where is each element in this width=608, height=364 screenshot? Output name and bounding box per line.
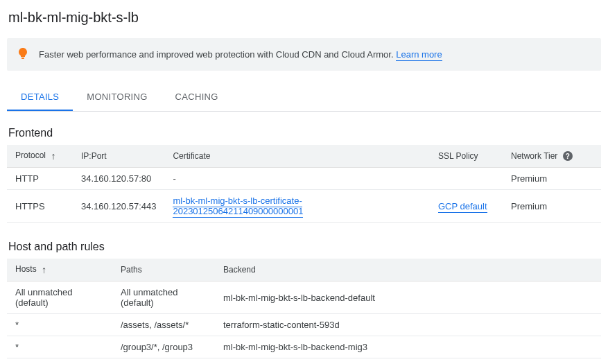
cell-network-tier: Premium [503, 190, 601, 223]
cell-paths: /group3/*, /group3 [112, 336, 215, 358]
banner-message: Faster web performance and improved web … [39, 49, 396, 60]
rules-col-backend[interactable]: Backend [215, 259, 601, 281]
cell-hosts: * [7, 358, 112, 365]
page-title: ml-bk-ml-mig-bkt-s-lb [7, 10, 601, 26]
cell-hosts: All unmatched (default) [7, 281, 112, 314]
frontend-col-ssl-policy[interactable]: SSL Policy [430, 145, 503, 168]
tab-monitoring[interactable]: MONITORING [73, 83, 161, 111]
cell-certificate: - [164, 168, 430, 190]
cell-backend: ml-bk-ml-mig-bkt-s-lb-backend-mig2 [215, 358, 601, 365]
arrow-up-icon: ↑ [42, 264, 46, 275]
cell-paths: /group2/*, /group2 [112, 358, 215, 365]
arrow-up-icon: ↑ [51, 150, 55, 162]
table-row: HTTPS34.160.120.57:443ml-bk-ml-mig-bkt-s… [7, 190, 601, 223]
table-row: All unmatched (default)All unmatched (de… [7, 281, 601, 314]
cell-protocol: HTTP [7, 168, 73, 190]
rules-section-title: Host and path rules [7, 241, 601, 253]
cell-ipport: 34.160.120.57:443 [73, 190, 164, 223]
rules-col-paths[interactable]: Paths [112, 259, 215, 281]
cell-backend: terraform-static-content-593d [215, 314, 601, 336]
table-row: */group3/*, /group3ml-bk-ml-mig-bkt-s-lb… [7, 336, 601, 358]
banner-learn-more-link[interactable]: Learn more [396, 49, 442, 61]
cell-ssl-policy [430, 168, 503, 190]
cell-hosts: * [7, 336, 112, 358]
table-row: */group2/*, /group2ml-bk-ml-mig-bkt-s-lb… [7, 358, 601, 365]
frontend-table: Protocol ↑ IP:Port Certificate SSL Polic… [7, 145, 601, 223]
rules-table: Hosts ↑ Paths Backend All unmatched (def… [7, 259, 601, 364]
help-icon[interactable]: ? [563, 151, 573, 161]
info-banner: Faster web performance and improved web … [7, 38, 601, 71]
cell-ssl-policy: GCP default [430, 190, 503, 223]
cell-ipport: 34.160.120.57:80 [73, 168, 164, 190]
ssl-policy-link[interactable]: GCP default [438, 201, 487, 213]
banner-text: Faster web performance and improved web … [39, 49, 442, 60]
table-row: */assets, /assets/*terraform-static-cont… [7, 314, 601, 336]
cell-hosts: * [7, 314, 112, 336]
cell-network-tier: Premium [503, 168, 601, 190]
certificate-link[interactable]: ml-bk-ml-mig-bkt-s-lb-certificate-202301… [173, 196, 303, 218]
frontend-col-protocol[interactable]: Protocol ↑ [7, 145, 73, 168]
cell-paths: /assets, /assets/* [112, 314, 215, 336]
col-label: Hosts [15, 264, 37, 274]
cell-backend: ml-bk-ml-mig-bkt-s-lb-backend-default [215, 281, 601, 314]
frontend-col-ipport[interactable]: IP:Port [73, 145, 164, 168]
cell-certificate: ml-bk-ml-mig-bkt-s-lb-certificate-202301… [164, 190, 430, 223]
table-row: HTTP34.160.120.57:80-Premium [7, 168, 601, 190]
tab-details[interactable]: DETAILS [7, 83, 73, 111]
col-label: Network Tier [511, 151, 557, 161]
frontend-col-certificate[interactable]: Certificate [164, 145, 430, 168]
cell-paths: All unmatched (default) [112, 281, 215, 314]
cell-backend: ml-bk-ml-mig-bkt-s-lb-backend-mig3 [215, 336, 601, 358]
tab-bar: DETAILSMONITORINGCACHING [7, 83, 601, 112]
frontend-col-network-tier[interactable]: Network Tier ? [503, 145, 601, 168]
frontend-section-title: Frontend [7, 127, 601, 139]
col-label: Protocol [15, 150, 46, 160]
lightbulb-icon [18, 48, 28, 61]
cell-protocol: HTTPS [7, 190, 73, 223]
rules-col-hosts[interactable]: Hosts ↑ [7, 259, 112, 281]
tab-caching[interactable]: CACHING [162, 83, 232, 111]
